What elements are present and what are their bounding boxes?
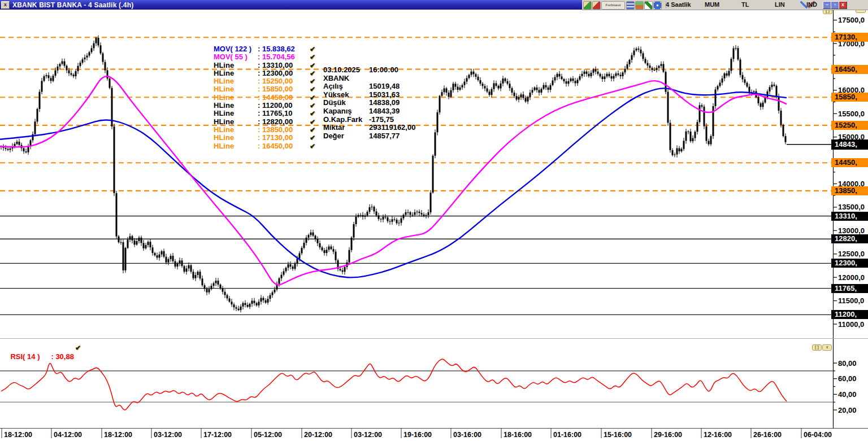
hline-price-badge: 13850, xyxy=(831,186,868,195)
info-value: 15031,63 xyxy=(369,90,400,99)
minimize-button[interactable]: – xyxy=(823,1,831,9)
legend-check-icon[interactable]: ✔ xyxy=(310,62,315,69)
toolbar-item-tl[interactable]: TL xyxy=(741,1,749,8)
rsi-legend: RSI( 14 ): 30,88 ✔ xyxy=(2,344,74,378)
hline-price-badge: 11765, xyxy=(831,284,868,293)
toolbar-item-mum[interactable]: MUM xyxy=(705,1,719,8)
legend-check-icon[interactable]: ✔ xyxy=(310,94,315,102)
restore-button[interactable]: ▫ xyxy=(831,1,839,9)
rsi-tick-label: 40,00 xyxy=(838,390,857,399)
hline-price-badge: 16450, xyxy=(831,65,868,74)
info-row: Açılış15019,48 xyxy=(323,82,415,91)
legend-check-icon[interactable]: ✔ xyxy=(310,53,315,61)
legend-check-icon[interactable]: ✔ xyxy=(310,126,315,134)
legend-check-icon[interactable]: ✔ xyxy=(310,134,315,142)
legend-label: HLine xyxy=(214,110,258,117)
price-tick-label: 12500,0 xyxy=(838,250,865,258)
legend-row: HLine: 12820,00✔ xyxy=(214,118,295,126)
pencil-icon[interactable] xyxy=(644,1,653,10)
legend-row: HLine: 14450,00✔ xyxy=(214,94,295,102)
time-tick-label: 04-12:00 xyxy=(54,431,82,439)
info-row: Miktar293119162,00 xyxy=(323,124,415,132)
legend-check-icon[interactable]: ✔ xyxy=(310,102,315,110)
legend-check-icon[interactable]: ✔ xyxy=(310,85,315,93)
info-row: 03.10.202516:00:00 xyxy=(323,66,415,75)
grid-icon[interactable] xyxy=(626,1,635,10)
hline-price-badge: 17130, xyxy=(831,33,868,42)
time-tick-label: 29-16:00 xyxy=(654,431,682,439)
info-value: 14857,77 xyxy=(369,132,400,140)
info-label: Miktar xyxy=(323,124,369,132)
indicator-legend: MOV( 122 ): 15.838,62✔MOV( 55 ): 15.704,… xyxy=(214,45,295,150)
time-tick-label: 01-16:00 xyxy=(553,431,581,439)
area-chart-icon[interactable] xyxy=(635,1,644,10)
time-tick-label: 06-04:00 xyxy=(804,431,832,439)
toolbar-item-4-saatlik[interactable]: 4 Saatlik xyxy=(666,1,691,8)
legend-label: HLine xyxy=(214,142,258,150)
time-tick-label: 17-12:00 xyxy=(203,431,232,439)
hline-price-badge: 15850, xyxy=(831,93,868,102)
chart-icon[interactable] xyxy=(583,1,592,10)
info-label: O.Kap.Fark xyxy=(323,116,369,124)
legend-check-icon[interactable]: ✔ xyxy=(310,45,315,53)
toolbar-item-lin[interactable]: LIN xyxy=(775,1,785,8)
legend-row: HLine: 13310,00✔ xyxy=(214,62,295,69)
time-tick-label: 03-16:00 xyxy=(453,431,481,439)
hline-price-badge: 12300, xyxy=(831,259,868,268)
legend-value: : 15250,00 xyxy=(258,77,293,85)
time-tick-label: 18-12:00 xyxy=(104,431,132,439)
legend-check-icon[interactable]: ✔ xyxy=(310,142,315,150)
legend-row: HLine: 16450,00✔ xyxy=(214,142,295,150)
info-value: 15019,48 xyxy=(369,82,400,90)
candlestick-icon[interactable] xyxy=(592,1,601,10)
title-bar: x XBANK BIST BANKA - 4 Saatlik (.4h) xyxy=(0,0,582,10)
legend-row: HLine: 11200,00✔ xyxy=(214,102,295,110)
info-label: Düşük xyxy=(323,99,369,107)
info-label: Kapanış xyxy=(323,107,369,116)
legend-value: : 12820,00 xyxy=(258,117,293,126)
legend-label: HLine xyxy=(214,69,258,77)
legend-value: : 15.838,62 xyxy=(258,45,295,53)
info-row: XBANK xyxy=(323,75,415,83)
rsi-pane-close-button[interactable]: x xyxy=(822,344,832,351)
hline-price-badge: 14450, xyxy=(831,158,868,167)
ohlc-info-box: 03.10.202516:00:00XBANKAçılış15019,48Yük… xyxy=(323,66,415,140)
rsi-pane-maximize-button[interactable]: [] xyxy=(812,344,822,351)
info-row: Kapanış14843,39 xyxy=(323,107,415,116)
price-tick-label: 11500,0 xyxy=(838,296,864,305)
toolbar: ForInvest – ▫ x 4 SaatlikMUMTLLININD xyxy=(582,0,868,10)
info-label: Yüksek xyxy=(323,91,369,99)
rsi-tick-label: 80,00 xyxy=(838,359,857,368)
legend-check-icon[interactable]: ✔ xyxy=(310,69,315,77)
info-value: 14843,39 xyxy=(369,107,400,115)
window-close-button[interactable]: x xyxy=(839,1,847,9)
compass-icon[interactable] xyxy=(653,1,662,10)
legend-value: : 11200,00 xyxy=(258,101,292,110)
legend-label: HLine xyxy=(214,118,258,126)
legend-check-icon[interactable]: ✔ xyxy=(310,77,315,85)
rsi-value: : 30,88 xyxy=(51,352,73,361)
time-tick-label: 05-12:00 xyxy=(254,431,282,439)
info-row: Değer14857,77 xyxy=(323,132,415,141)
legend-check-icon[interactable]: ✔ xyxy=(310,118,315,126)
rsi-check-icon[interactable]: ✔ xyxy=(75,344,81,352)
toolbar-item-ind[interactable]: IND xyxy=(806,1,817,8)
brand-button[interactable]: ForInvest xyxy=(601,1,625,10)
info-label: XBANK xyxy=(323,75,369,83)
time-tick-label: 03-12:00 xyxy=(354,431,382,439)
price-tick-label: 13000,0 xyxy=(838,226,865,235)
info-label: Değer xyxy=(323,132,369,141)
info-value: -175,75 xyxy=(369,115,394,124)
time-tick-label: 15-16:00 xyxy=(604,431,632,439)
price-tick-label: 13500,0 xyxy=(838,203,865,211)
info-row: Yüksek15031,63 xyxy=(323,91,415,99)
info-label: Açılış xyxy=(323,82,369,91)
price-chart-svg: 17500,017000,016000,015500,015000,014000… xyxy=(0,0,868,441)
legend-check-icon[interactable]: ✔ xyxy=(310,110,315,117)
legend-label: MOV( 55 ) xyxy=(214,53,258,61)
legend-label: HLine xyxy=(214,102,258,110)
info-row: O.Kap.Fark-175,75 xyxy=(323,116,415,124)
close-icon[interactable]: x xyxy=(1,1,10,9)
hline-price-badge: 15250, xyxy=(831,121,868,130)
window-title: XBANK BIST BANKA - 4 Saatlik (.4h) xyxy=(12,1,133,9)
